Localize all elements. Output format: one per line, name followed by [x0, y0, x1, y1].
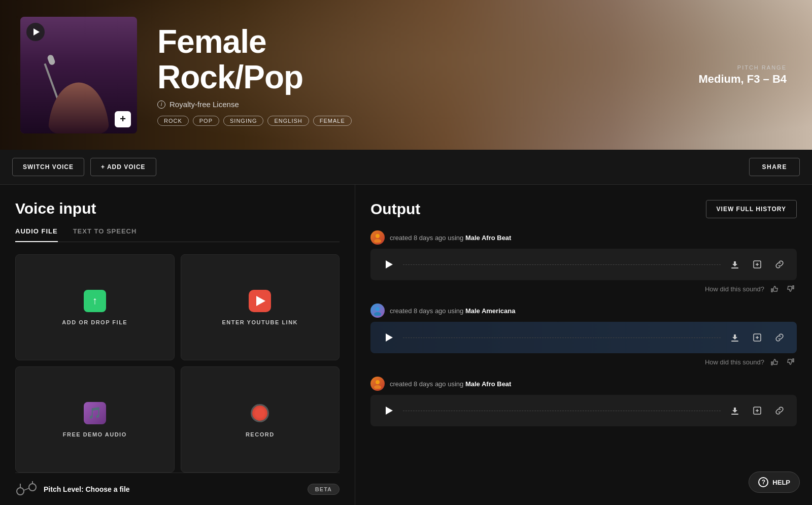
tab-audio-file[interactable]: AUDIO FILE: [15, 227, 58, 242]
right-panel: Output VIEW FULL HISTORY created 8 days …: [355, 185, 812, 505]
add-to-project-button-3[interactable]: [750, 403, 764, 418]
copy-link-button-2[interactable]: [772, 330, 787, 345]
demo-card[interactable]: 🎵 FREE DEMO AUDIO: [15, 366, 175, 473]
input-options-grid: ADD OR DROP FILE ENTER YOUTUBE LINK 🎵 FR…: [15, 254, 340, 473]
hero-tag-english: ENGLISH: [267, 116, 309, 126]
tab-text-to-speech[interactable]: TEXT TO SPEECH: [73, 227, 137, 242]
add-to-project-button-1[interactable]: [750, 257, 764, 272]
mic-head-decoration: [47, 54, 56, 65]
record-dot: [251, 404, 269, 422]
record-card[interactable]: RECORD: [181, 366, 340, 473]
svg-point-13: [376, 380, 380, 384]
view-history-button[interactable]: VIEW FULL HISTORY: [706, 200, 797, 218]
output-header: Output VIEW FULL HISTORY: [370, 200, 797, 218]
hero-tags: ROCKPOPSINGINGENGLISHFEMALE: [157, 116, 792, 126]
svg-point-1: [29, 484, 36, 491]
share-button[interactable]: SHARE: [749, 158, 800, 176]
music-icon: 🎵: [84, 402, 106, 424]
main-content: Voice input AUDIO FILE TEXT TO SPEECH AD…: [0, 185, 812, 505]
svg-point-10: [374, 312, 381, 316]
copy-link-button-1[interactable]: [772, 257, 787, 272]
upload-card[interactable]: ADD OR DROP FILE: [15, 254, 175, 360]
youtube-label: ENTER YOUTUBE LINK: [222, 319, 298, 325]
hero-title: Female Rock/Pop: [157, 24, 792, 95]
hero-add-button[interactable]: +: [115, 111, 131, 127]
audio-actions-2: [728, 330, 787, 345]
avatar-1: [370, 230, 385, 245]
waveform-2: [403, 338, 721, 338]
output-title: Output: [370, 200, 420, 218]
svg-line-2: [24, 488, 29, 490]
download-button-3[interactable]: [728, 403, 742, 418]
output-meta-text-3: created 8 days ago using Male Afro Beat: [390, 380, 511, 388]
audio-actions-1: [728, 257, 787, 272]
hero-pitch-range: PITCH RANGE Medium, F3 – B4: [698, 64, 787, 86]
left-panel: Voice input AUDIO FILE TEXT TO SPEECH AD…: [0, 185, 355, 505]
svg-point-6: [374, 239, 381, 243]
output-meta-text-2: created 8 days ago using Male Americana: [390, 307, 515, 315]
waveform-3: [403, 411, 721, 411]
play-button-1[interactable]: [381, 257, 396, 272]
bottom-bar: Pitch Level: Choose a file BETA: [15, 473, 340, 497]
hero-tag-female: FEMALE: [313, 116, 352, 126]
beta-badge: BETA: [308, 484, 340, 495]
waveform-1: [403, 264, 721, 265]
hero-play-button[interactable]: [26, 23, 45, 41]
person-silhouette: [48, 32, 109, 133]
avatar-3: [370, 377, 385, 391]
hero-tag-rock: ROCK: [157, 116, 189, 126]
record-icon: [249, 402, 271, 424]
hero-license: i Royalty-free License: [157, 100, 792, 109]
thumbs-up-2[interactable]: [770, 357, 780, 366]
thumbs-up-1[interactable]: [770, 284, 780, 293]
youtube-icon: [249, 290, 271, 312]
toolbar: SWITCH VOICE + ADD VOICE SHARE: [0, 150, 812, 185]
upload-label: ADD OR DROP FILE: [62, 319, 127, 325]
pitch-level-icon: [15, 481, 38, 497]
input-tabs: AUDIO FILE TEXT TO SPEECH: [15, 227, 340, 242]
record-label: RECORD: [246, 431, 275, 437]
audio-player-3: [370, 395, 797, 426]
voice-input-title: Voice input: [15, 200, 340, 217]
avatar-2: [370, 304, 385, 318]
svg-point-14: [374, 385, 381, 389]
demo-label: FREE DEMO AUDIO: [63, 431, 127, 437]
svg-rect-15: [731, 414, 738, 415]
pitch-info: Pitch Level: Choose a file: [15, 481, 130, 497]
output-meta-3: created 8 days ago using Male Afro Beat: [370, 377, 797, 391]
output-item-2: created 8 days ago using Male Americana: [370, 304, 797, 366]
svg-point-9: [376, 307, 380, 311]
help-icon: ?: [758, 477, 768, 487]
help-button[interactable]: ? HELP: [749, 472, 800, 493]
svg-rect-11: [731, 341, 738, 342]
feedback-text-1: How did this sound?: [705, 285, 764, 293]
output-item-1: created 8 days ago using Male Afro Beat: [370, 230, 797, 293]
hero-banner: + Female Rock/Pop i Royalty-free License…: [0, 0, 812, 150]
thumbs-down-2[interactable]: [786, 357, 795, 366]
upload-icon: [84, 290, 106, 312]
thumbs-down-1[interactable]: [786, 284, 795, 293]
feedback-row-2: How did this sound?: [370, 357, 797, 366]
audio-player-2: [370, 322, 797, 353]
copy-link-button-3[interactable]: [772, 403, 787, 418]
audio-actions-3: [728, 403, 787, 418]
add-to-project-button-2[interactable]: [750, 330, 764, 345]
add-voice-button[interactable]: + ADD VOICE: [90, 158, 156, 176]
switch-voice-button[interactable]: SWITCH VOICE: [12, 158, 84, 176]
output-meta-text-1: created 8 days ago using Male Afro Beat: [390, 234, 511, 242]
play-button-3[interactable]: [381, 403, 396, 418]
pitch-text: Pitch Level: Choose a file: [44, 485, 130, 493]
feedback-text-2: How did this sound?: [705, 358, 764, 366]
download-button-1[interactable]: [728, 257, 742, 272]
output-item-3: created 8 days ago using Male Afro Beat: [370, 377, 797, 426]
youtube-card[interactable]: ENTER YOUTUBE LINK: [181, 254, 340, 360]
download-button-2[interactable]: [728, 330, 742, 345]
svg-rect-7: [731, 267, 738, 268]
play-button-2[interactable]: [381, 330, 396, 345]
output-meta-1: created 8 days ago using Male Afro Beat: [370, 230, 797, 245]
hero-tag-singing: SINGING: [223, 116, 263, 126]
audio-player-1: [370, 249, 797, 280]
hero-tag-pop: POP: [193, 116, 219, 126]
info-icon: i: [157, 100, 165, 109]
svg-point-0: [17, 488, 24, 495]
